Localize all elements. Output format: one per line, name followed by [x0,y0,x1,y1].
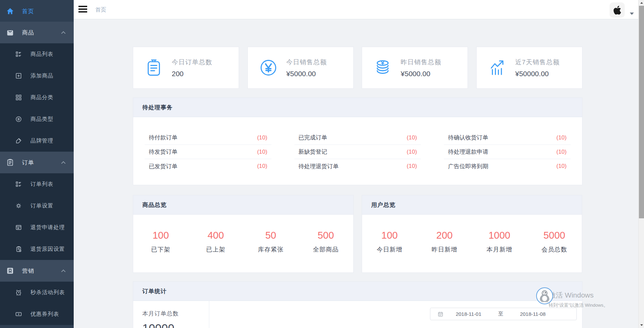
date-end-value[interactable]: 2018-11-08 [507,311,558,317]
monthly-order-metric: 本月订单总数 10000 [133,301,209,328]
sidebar-item-label: 订单设置 [30,202,53,210]
hamburger-menu-icon[interactable] [78,6,87,14]
todo-count: (10) [257,163,267,170]
circle-list-icon [15,116,22,123]
date-start-value[interactable]: 2018-11-01 [443,311,494,317]
order-statistics-panel: 订单统计 本月订单总数 10000 2018-11-01 至 2018-11-0… [133,281,582,328]
grid-icon [15,94,22,101]
todo-item-new-stockout[interactable]: 新缺货登记(10) [294,145,421,159]
pending-tasks-panel: 待处理事务 待付款订单(10) 已完成订单(10) 待确认收货订单(10) 待发… [133,97,582,185]
sidebar-item-label: 退货原因设置 [30,246,65,253]
todo-item-unpaid-orders[interactable]: 待付款订单(10) [145,131,271,145]
chevron-up-icon [61,31,66,36]
clipboard-icon [6,158,14,167]
chevron-down-icon[interactable] [630,13,634,15]
breadcrumb[interactable]: 首页 [95,6,106,14]
todo-count: (10) [556,163,567,170]
panel-title: 订单统计 [142,287,167,295]
scrollbar-up-arrow[interactable] [639,0,644,6]
todo-count: (10) [257,134,267,141]
sidebar-item-label: 添加商品 [30,72,53,80]
topbar: 首页 [74,0,638,19]
sidebar-group-products[interactable]: 商品 [0,22,74,43]
apple-logo-icon [613,5,621,15]
sidebar-item-label: 订单列表 [30,181,53,188]
product-overview-panel: 商品总览 100已下架 400已上架 50库存紧张 500全部商品 [133,195,354,273]
panel-header: 用户总览 [362,195,582,215]
sidebar-group-orders[interactable]: 订单 [0,152,74,173]
scrollbar-thumb[interactable] [639,6,644,218]
stat-card-value: ¥50000.00 [515,70,560,78]
sidebar-group-marketing[interactable]: 营销 [0,260,74,282]
stat-card-label: 今日订单总数 [172,58,212,67]
todo-item-ad-expiring[interactable]: 广告位即将到期(10) [444,159,571,173]
stat-card-today-sales: 今日销售总额 ¥5000.00 [247,47,354,89]
sidebar-item-label: 秒杀活动列表 [30,289,65,296]
return-box-icon [15,224,22,231]
gear-icon [15,202,22,209]
chevron-up-icon [61,161,66,166]
overview-stat-all-products: 500全部商品 [298,230,353,254]
sidebar-item-order-settings[interactable]: 订单设置 [0,195,74,217]
sidebar-item-return-request[interactable]: 退货申请处理 [0,217,74,238]
metric-label: 本月订单总数 [142,310,209,318]
qq-contact-float-button[interactable] [536,287,553,304]
alarm-clock-icon [15,289,22,296]
vertical-scrollbar[interactable] [638,0,644,328]
todo-item-confirm-receipt-orders[interactable]: 待确认收货订单(10) [444,131,571,145]
overview-stat-low-stock: 50库存紧张 [243,230,299,254]
add-square-icon [15,72,22,79]
stat-card-week-sales: 近7天销售总额 ¥50000.00 [476,47,582,89]
todo-item-to-ship-orders[interactable]: 待发货订单(10) [145,145,271,159]
stat-card-label: 今日销售总额 [286,58,327,67]
todo-count: (10) [257,149,267,155]
submenu-orders: 订单列表 订单设置 退货申请处理 退货原因设置 [0,173,74,260]
panel-header: 商品总览 [133,195,353,215]
stat-card-value: ¥5000.00 [286,70,327,78]
sidebar: 首页 商品 商品列表 添加商品 商品分类 商品类型 [0,0,74,328]
qq-penguin-icon [538,289,551,303]
pending-tasks-grid: 待付款订单(10) 已完成订单(10) 待确认收货订单(10) 待发货订单(10… [133,117,582,173]
sidebar-item-add-product[interactable]: 添加商品 [0,65,74,87]
submenu-products: 商品列表 添加商品 商品分类 商品类型 品牌管理 [0,43,74,152]
sidebar-item-brand-management[interactable]: 品牌管理 [0,130,74,152]
overview-stat-on-shelf: 400已上架 [188,230,243,254]
coins-icon [372,57,393,78]
stat-card-label: 昨日销售总额 [401,58,441,67]
todo-item-shipped-orders[interactable]: 已发货订单(10) [145,159,271,173]
sidebar-item-product-type[interactable]: 商品类型 [0,108,74,130]
todo-item-return-orders[interactable]: 待处理退货订单(10) [294,159,421,173]
calendar-icon [438,311,443,317]
user-overview-body: 100今日新增 200昨日新增 1000本月新增 5000会员总数 [362,215,582,254]
scrollbar-down-arrow[interactable] [639,322,644,328]
sidebar-item-return-reason[interactable]: 退货原因设置 [0,238,74,260]
sidebar-item-coupon-list[interactable]: ¥ 优惠券列表 [0,303,74,325]
stat-card-today-orders: 今日订单总数 200 [133,47,239,89]
stat-card-yesterday-sales: 昨日销售总额 ¥5000.00 [362,47,468,89]
panel-title: 待处理事务 [142,104,173,111]
sidebar-item-order-list[interactable]: 订单列表 [0,173,74,195]
sidebar-group-label: 订单 [22,159,34,167]
date-range-picker[interactable]: 2018-11-01 至 2018-11-08 [430,308,577,320]
sidebar-item-flash-sale-list[interactable]: 秒杀活动列表 [0,282,74,303]
order-clipboard-icon [143,57,164,78]
sidebar-item-label: 退货申请处理 [30,224,65,231]
stat-cards-row: 今日订单总数 200 今日销售总额 ¥5000.00 昨日销售总额 ¥5000.… [133,47,582,89]
todo-item-completed-orders[interactable]: 已完成订单(10) [294,131,421,145]
sidebar-item-product-category[interactable]: 商品分类 [0,87,74,108]
panel-title: 用户总览 [371,201,396,209]
user-avatar[interactable] [610,2,625,18]
user-overview-panel: 用户总览 100今日新增 200昨日新增 1000本月新增 5000会员总数 [362,195,582,273]
sidebar-item-product-list[interactable]: 商品列表 [0,43,74,65]
sidebar-item-home[interactable]: 首页 [0,0,74,22]
sidebar-item-label: 优惠券列表 [30,311,59,318]
sidebar-group-label: 商品 [22,29,34,37]
todo-item-refund-requests[interactable]: 待处理退款申请(10) [444,145,571,159]
todo-count: (10) [407,149,417,155]
overview-stat-new-yesterday: 200昨日新增 [417,230,472,254]
clipboard-gear-icon [15,246,22,253]
stat-card-value: 200 [172,70,212,78]
bag-icon [6,28,14,37]
sidebar-item-label: 商品分类 [30,94,53,101]
svg-text:¥: ¥ [18,312,20,316]
